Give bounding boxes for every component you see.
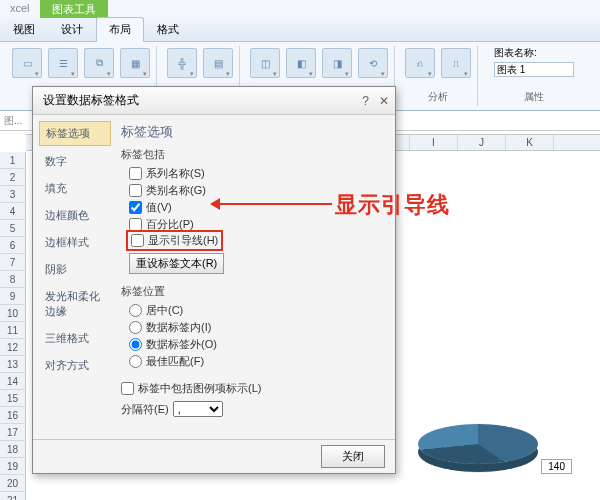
radio-outside[interactable] xyxy=(129,338,142,351)
dlg-category[interactable]: 边框颜色 xyxy=(39,204,111,227)
tab-format[interactable]: 格式 xyxy=(144,17,192,42)
row-head[interactable]: 17 xyxy=(0,424,26,441)
format-data-labels-dialog: 设置数据标签格式 ? ✕ 标签选项数字填充边框颜色边框样式阴影发光和柔化边缘三维… xyxy=(32,86,396,474)
chart-floor-button[interactable]: ◨ xyxy=(322,48,352,78)
plot-area-button[interactable]: ◫ xyxy=(250,48,280,78)
dlg-category[interactable]: 填充 xyxy=(39,177,111,200)
row-head[interactable]: 3 xyxy=(0,186,26,203)
row-head[interactable]: 13 xyxy=(0,356,26,373)
chartname-input[interactable] xyxy=(494,62,574,77)
row-head[interactable]: 12 xyxy=(0,339,26,356)
row-head[interactable]: 11 xyxy=(0,322,26,339)
chk-value[interactable] xyxy=(129,201,142,214)
callout-line xyxy=(214,203,332,205)
close-button[interactable]: 关闭 xyxy=(321,445,385,468)
separator-label: 分隔符(E) xyxy=(121,402,169,417)
col-head[interactable]: J xyxy=(458,135,506,150)
radio-center[interactable] xyxy=(129,304,142,317)
dlg-category[interactable]: 阴影 xyxy=(39,258,111,281)
panel-heading: 标签选项 xyxy=(121,123,385,141)
tab-view[interactable]: 视图 xyxy=(0,17,48,42)
row-head[interactable]: 9 xyxy=(0,288,26,305)
data-labels-button[interactable]: ⧉ xyxy=(84,48,114,78)
contains-title: 标签包括 xyxy=(121,147,385,162)
col-head[interactable]: I xyxy=(410,135,458,150)
row-head[interactable]: 2 xyxy=(0,169,26,186)
col-head[interactable]: K xyxy=(506,135,554,150)
close-icon[interactable]: ✕ xyxy=(379,94,389,108)
dialog-title: 设置数据标签格式 xyxy=(43,92,139,109)
dlg-category[interactable]: 数字 xyxy=(39,150,111,173)
group-props: 属性 xyxy=(524,90,544,104)
position-title: 标签位置 xyxy=(121,284,385,299)
analysis-button-2[interactable]: ⎍ xyxy=(441,48,471,78)
row-head[interactable]: 21 xyxy=(0,492,26,500)
dlg-category[interactable]: 发光和柔化边缘 xyxy=(39,285,111,323)
context-tab: 图表工具 xyxy=(40,0,108,18)
tab-layout[interactable]: 布局 xyxy=(96,17,144,42)
row-head[interactable]: 8 xyxy=(0,271,26,288)
row-head[interactable]: 19 xyxy=(0,458,26,475)
chk-series[interactable] xyxy=(129,167,142,180)
row-head[interactable]: 6 xyxy=(0,237,26,254)
dlg-category[interactable]: 标签选项 xyxy=(39,121,111,146)
row-head[interactable]: 5 xyxy=(0,220,26,237)
legend-button[interactable]: ☰ xyxy=(48,48,78,78)
row-head[interactable]: 16 xyxy=(0,407,26,424)
chk-category[interactable] xyxy=(129,184,142,197)
reset-label-text-button[interactable]: 重设标签文本(R) xyxy=(129,253,224,274)
rotate-3d-button[interactable]: ⟲ xyxy=(358,48,388,78)
chk-percent[interactable] xyxy=(129,218,142,231)
row-head[interactable]: 20 xyxy=(0,475,26,492)
separator-select[interactable]: , xyxy=(173,401,223,417)
row-head[interactable]: 14 xyxy=(0,373,26,390)
analysis-button-1[interactable]: ⎌ xyxy=(405,48,435,78)
gridlines-button[interactable]: ▤ xyxy=(203,48,233,78)
callout-text: 显示引导线 xyxy=(335,190,450,220)
group-analysis: 分析 xyxy=(428,90,448,104)
chartname-label: 图表名称: xyxy=(494,46,574,60)
data-table-button[interactable]: ▦ xyxy=(120,48,150,78)
axes-button[interactable]: ╬ xyxy=(167,48,197,78)
row-head[interactable]: 7 xyxy=(0,254,26,271)
row-head[interactable]: 18 xyxy=(0,441,26,458)
radio-inside[interactable] xyxy=(129,321,142,334)
data-label-1[interactable]: 140 xyxy=(541,459,572,474)
tab-design[interactable]: 设计 xyxy=(48,17,96,42)
row-head[interactable]: 15 xyxy=(0,390,26,407)
app-title: xcel xyxy=(0,0,40,18)
dlg-category[interactable]: 对齐方式 xyxy=(39,354,111,377)
dlg-category[interactable]: 三维格式 xyxy=(39,327,111,350)
pie-chart[interactable] xyxy=(418,409,538,479)
chk-legend-key[interactable] xyxy=(121,382,134,395)
row-head[interactable]: 4 xyxy=(0,203,26,220)
row-head[interactable]: 10 xyxy=(0,305,26,322)
radio-bestfit[interactable] xyxy=(129,355,142,368)
dlg-category[interactable]: 边框样式 xyxy=(39,231,111,254)
chart-title-button[interactable]: ▭ xyxy=(12,48,42,78)
help-icon[interactable]: ? xyxy=(362,94,369,108)
chart-wall-button[interactable]: ◧ xyxy=(286,48,316,78)
chk-leader-lines[interactable] xyxy=(131,234,144,247)
row-head[interactable]: 1 xyxy=(0,152,26,169)
